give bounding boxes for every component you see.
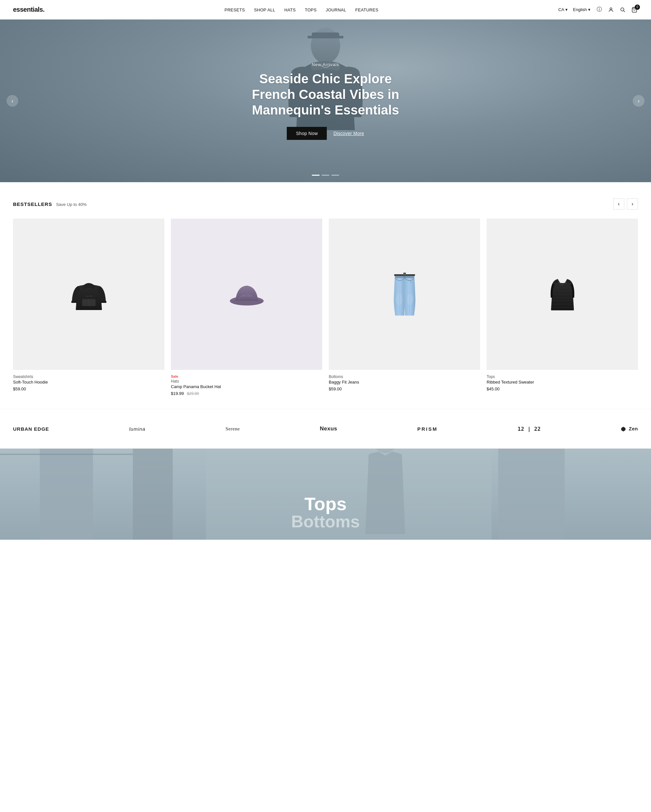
svg-rect-22 [403,273,406,275]
hero-tag: New Arrivals [238,62,413,67]
categories-section: Tops Bottoms [0,449,651,540]
category-title-tops: Tops [291,495,360,513]
svg-point-1 [621,8,624,11]
svg-rect-34 [551,308,574,310]
product-original-price-2: $29.99 [187,391,199,396]
svg-point-24 [407,293,413,305]
product-sale-label-2: Sale [171,374,322,379]
product-image-4: FOG [487,218,638,370]
svg-rect-40 [498,449,565,540]
product-card-3[interactable]: Bottoms Baggy Fit Jeans $59.00 [329,218,480,396]
product-category-4: Tops [487,374,638,379]
product-sale-price-2: $19.99 [171,391,184,396]
product-card-4[interactable]: FOG Tops Ribbed Textured Sweater $45.00 [487,218,638,396]
nav-icons: ⓘ 0 [596,6,638,13]
product-price-1: $59.00 [13,386,164,391]
category-title-bottoms: Bottoms [291,513,360,530]
svg-point-17 [231,299,263,305]
product-price-3: $59.00 [329,386,480,391]
brand-1: URBAN EDGE [13,426,49,432]
nav-link-hats[interactable]: HATS [284,8,296,12]
svg-line-2 [623,11,625,12]
hero-section: New Arrivals Seaside Chic Explore French… [0,20,651,182]
product-card-2[interactable]: FAR AWAY Sale Hats Camp Panama Bucket Ha… [171,218,322,396]
svg-text:essentials: essentials [86,295,93,297]
chevron-down-icon: ▾ [565,7,568,12]
search-icon[interactable] [619,6,626,13]
hero-prev-button[interactable]: ‹ [6,95,18,107]
product-price-4: $45.00 [487,386,638,391]
product-category-1: Sweatshirts [13,374,164,379]
section-nav: ‹ › [613,198,638,209]
hoodie-image: essentials [69,273,108,316]
product-image-2: FAR AWAY [171,218,322,370]
svg-marker-36 [621,427,626,431]
categories-content: Tops Bottoms [291,495,360,530]
svg-text:FOG: FOG [560,284,563,286]
section-title-wrap: BESTSELLERS Save Up to 40% [13,201,87,207]
chevron-down-icon: ▾ [588,7,590,12]
brands-section: URBAN EDGE lumina Serene Nexus PRISM 12 … [0,409,651,449]
product-grid: essentials Sweatshirts Soft-Touch Hoodie… [13,218,638,396]
product-name-1: Soft-Touch Hoodie [13,380,164,385]
brand-2: lumina [129,426,145,432]
nav-link-tops[interactable]: TOPS [305,8,316,12]
nav-link-presets[interactable]: PRESETS [225,8,245,12]
hat-image: FAR AWAY [229,280,264,309]
bestsellers-title: BESTSELLERS [13,201,52,207]
brand-4: Nexus [319,426,337,432]
region-selector[interactable]: CA ▾ [558,7,568,12]
product-category-3: Bottoms [329,374,480,379]
brand-3: Serene [226,426,240,432]
hero-dots [312,175,339,176]
bestsellers-section: BESTSELLERS Save Up to 40% ‹ › [0,182,651,409]
hero-actions: Shop Now Discover More [238,127,413,140]
shop-now-button[interactable]: Shop Now [287,127,327,140]
zen-icon [621,426,626,432]
discover-more-button[interactable]: Discover More [333,131,364,136]
product-image-1: essentials [13,218,164,370]
svg-rect-12 [101,301,107,303]
jeans-image [390,272,419,317]
nav-link-journal[interactable]: JOURNAL [326,8,346,12]
svg-point-0 [610,8,612,10]
bestsellers-next-button[interactable]: › [627,198,638,209]
hero-dot-3[interactable] [332,175,339,176]
hero-next-button[interactable]: › [633,95,645,107]
region-label: CA [558,7,564,12]
hero-title: Seaside Chic Explore French Coastal Vibe… [238,71,413,118]
brand-7: Zen [621,426,638,432]
svg-rect-11 [71,301,77,303]
nav-link-shopall[interactable]: SHOP ALL [254,8,275,12]
product-card-1[interactable]: essentials Sweatshirts Soft-Touch Hoodie… [13,218,164,396]
product-name-4: Ribbed Textured Sweater [487,380,638,385]
nav-right: CA ▾ English ▾ ⓘ [558,6,638,13]
cart-icon[interactable]: 0 [631,6,638,13]
svg-point-23 [396,293,402,305]
svg-rect-39 [133,449,173,540]
hero-dot-1[interactable] [312,175,319,176]
nav-link-features[interactable]: FEATURES [355,8,379,12]
brand-5: PRISM [417,426,438,432]
nav-links: PRESETS SHOP ALL HATS TOPS JOURNAL FEATU… [225,7,379,13]
account-icon[interactable] [607,6,614,13]
product-name-3: Baggy Fit Jeans [329,380,480,385]
svg-rect-13 [76,308,102,310]
brand-logo[interactable]: essentials. [13,6,44,13]
hero-dot-2[interactable] [322,175,329,176]
brand-6: 12 | 22 [518,426,541,432]
cart-count: 0 [635,5,640,10]
product-category-2: Hats [171,379,322,383]
bestsellers-header: BESTSELLERS Save Up to 40% ‹ › [13,198,638,209]
svg-rect-6 [307,36,344,38]
vest-image: FOG [546,273,579,316]
language-selector[interactable]: English ▾ [573,7,590,12]
hero-content: New Arrivals Seaside Chic Explore French… [238,62,413,140]
language-label: English [573,7,587,12]
bestsellers-prev-button[interactable]: ‹ [613,198,624,209]
info-icon[interactable]: ⓘ [596,6,603,13]
svg-text:FAR AWAY: FAR AWAY [241,295,252,297]
product-image-3 [329,218,480,370]
bestsellers-subtitle: Save Up to 40% [56,202,87,207]
product-name-2: Camp Panama Bucket Hat [171,384,322,389]
